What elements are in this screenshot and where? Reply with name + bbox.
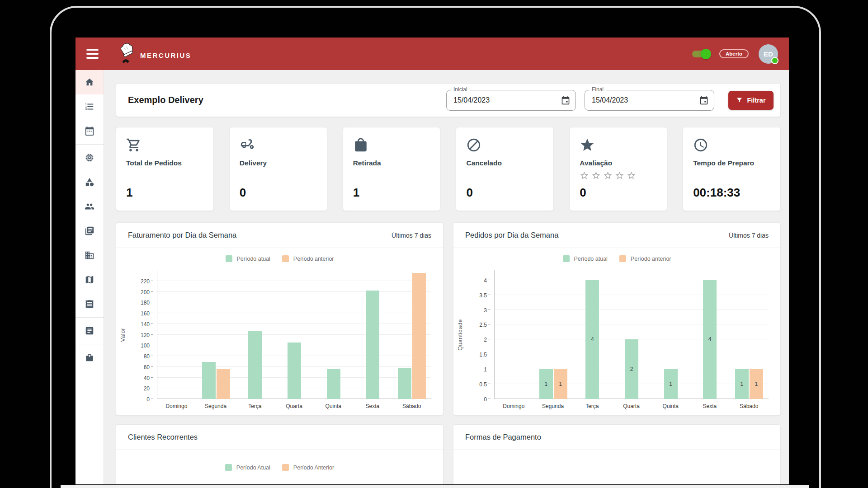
legend-item[interactable]: Período atual <box>226 255 270 262</box>
sidebar-item-calendar[interactable] <box>75 119 104 143</box>
sidebar-divider <box>75 344 104 344</box>
y-tick-label: 3.5 <box>479 292 487 299</box>
avatar[interactable]: ED <box>759 44 778 64</box>
legend-item[interactable]: Período anterior <box>619 255 671 262</box>
bar-group-segunda <box>197 362 236 399</box>
bars-layer <box>157 270 431 399</box>
sidebar-item-home[interactable] <box>75 70 104 94</box>
open-status-toggle[interactable] <box>692 51 709 57</box>
legend-color-chip <box>225 464 232 471</box>
bar-group-terça: 4 <box>573 280 612 399</box>
date-initial-field[interactable]: Inicial 15/04/2023 <box>446 90 576 111</box>
sidebar-item-pos-terminal[interactable] <box>75 145 104 170</box>
y-tick-label: 1 <box>484 366 487 373</box>
y-tick-label: 120 <box>141 332 150 338</box>
legend-item[interactable]: Período atual <box>563 255 608 262</box>
toggle-thumb <box>701 49 711 59</box>
y-tick-label: 200 <box>141 289 150 296</box>
chart-period-label: Últimos 7 dias <box>392 232 431 239</box>
stat-label: Retirada <box>353 159 431 167</box>
legend-label: Período atual <box>237 256 270 262</box>
legend-color-chip <box>282 464 289 471</box>
stat-value: 0 <box>466 186 544 200</box>
chart-legend: Período atualPeríodo anterior <box>453 255 780 262</box>
chart-header: Pedidos por Dia da SemanaÚltimos 7 dias <box>453 223 780 248</box>
sidebar-item-delivery-bag[interactable] <box>75 345 104 370</box>
stat-label: Tempo de Preparo <box>693 159 771 167</box>
stat-label: Total de Pedidos <box>126 159 204 167</box>
toolbar-card: Exemplo Delivery Inicial 15/04/2023 Fina… <box>116 83 781 117</box>
status-badge[interactable]: Aberto <box>719 49 749 58</box>
x-tick-label: Sábado <box>392 403 431 409</box>
x-tick-label: Quinta <box>651 403 690 409</box>
date-final-field[interactable]: Final 15/04/2023 <box>585 90 714 111</box>
stat-value: 0 <box>580 186 658 200</box>
star-outline-icon <box>591 171 601 182</box>
receipt-icon <box>85 299 94 309</box>
y-tick-label: 220 <box>141 278 150 285</box>
legend-color-chip <box>226 255 232 262</box>
stat-value: 0 <box>240 186 318 200</box>
chart-card-0: Faturamento por Dia da SemanaÚltimos 7 d… <box>116 222 443 416</box>
bar-group-sábado: 11 <box>729 369 769 399</box>
stat-label: Cancelado <box>466 159 544 167</box>
y-tick-label: 3 <box>484 307 487 314</box>
y-tick-label: 0.5 <box>479 381 487 388</box>
x-tick-label: Terça <box>235 403 274 409</box>
legend-item[interactable]: Período anterior <box>282 255 334 262</box>
legend-label: Período atual <box>574 256 608 262</box>
legend-label: Período anterior <box>631 256 671 262</box>
bar-value-label: 1 <box>661 381 680 387</box>
chart-header: Faturamento por Dia da SemanaÚltimos 7 d… <box>116 223 443 248</box>
bar <box>398 368 411 399</box>
sidebar-item-map[interactable] <box>75 267 104 292</box>
chart-legend: Período AtualPeríodo Anterior <box>116 464 443 471</box>
calendar-picker-icon[interactable] <box>699 96 708 105</box>
legend-item[interactable]: Período Anterior <box>282 464 334 471</box>
section-header: Formas de Pagamento <box>453 425 780 450</box>
calendar-icon <box>85 126 94 136</box>
y-axis: Valor020406080100120140160180200220 <box>118 270 157 399</box>
x-tick-label: Segunda <box>196 403 236 409</box>
y-tick-label: 60 <box>144 364 150 371</box>
legend-label: Período Atual <box>236 465 270 471</box>
header-right: Aberto ED <box>692 44 778 64</box>
menu-icon[interactable] <box>86 49 99 59</box>
calendar-picker-icon[interactable] <box>561 96 570 105</box>
sidebar-item-products[interactable] <box>75 170 104 194</box>
stat-label: Avaliação <box>580 159 658 167</box>
charts-row: Faturamento por Dia da SemanaÚltimos 7 d… <box>116 222 781 416</box>
legend-color-chip <box>282 255 289 262</box>
stat-card-3: Cancelado0 <box>456 127 554 211</box>
sidebar-item-customers[interactable] <box>75 194 104 219</box>
sidebar-item-notes[interactable] <box>75 319 104 343</box>
sidebar-item-reports[interactable] <box>75 219 104 243</box>
y-axis: Quantidade00.511.522.533.54 <box>455 270 494 399</box>
bar-group-terça <box>236 331 275 399</box>
clock-icon <box>693 137 771 155</box>
divider <box>453 248 780 248</box>
y-axis-title: Valor <box>120 328 126 342</box>
stat-value: 1 <box>126 186 204 200</box>
legend-item[interactable]: Período Atual <box>225 464 270 471</box>
sidebar-item-company[interactable] <box>75 243 104 267</box>
sidebar-item-orders[interactable] <box>75 94 104 119</box>
bar-group-quarta <box>275 343 314 399</box>
filter-button[interactable]: Filtrar <box>728 91 774 110</box>
stats-row: Total de Pedidos1Delivery0Retirada1Cance… <box>116 127 781 211</box>
sidebar-item-receipts[interactable] <box>75 292 104 316</box>
filter-controls: Inicial 15/04/2023 Final 15/04/2023 <box>446 90 774 111</box>
bar-group-sexta: 4 <box>690 280 730 399</box>
stat-card-0: Total de Pedidos1 <box>116 127 214 211</box>
x-tick-label: Sábado <box>729 403 769 409</box>
x-tick-label: Quarta <box>274 403 314 409</box>
chart-title: Pedidos por Dia da Semana <box>465 231 558 239</box>
bar-value-label: 4 <box>700 336 719 343</box>
bar-group-quarta: 2 <box>612 339 651 399</box>
x-tick-label: Domingo <box>157 403 196 409</box>
stat-card-2: Retirada1 <box>343 127 441 211</box>
section-title: Formas de Pagamento <box>465 433 541 441</box>
y-tick-label: 180 <box>141 300 150 306</box>
bar <box>248 331 262 399</box>
date-initial-value: 15/04/2023 <box>453 96 490 104</box>
